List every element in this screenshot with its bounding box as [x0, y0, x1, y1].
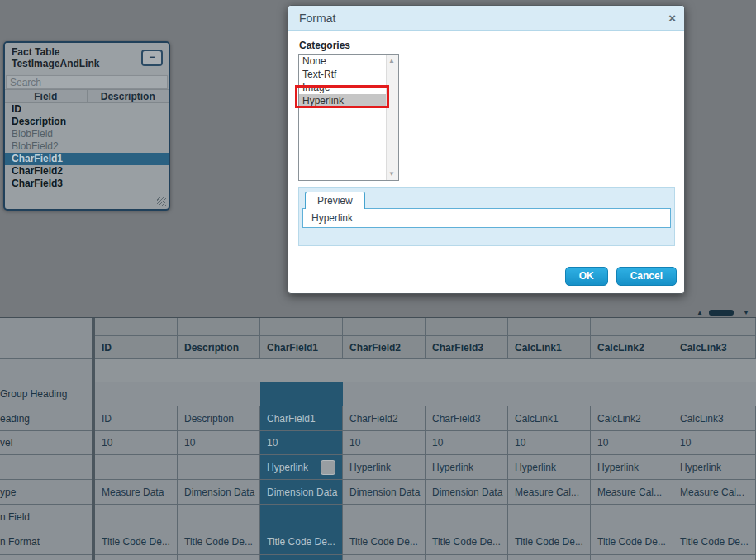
grid-cell[interactable]: Title Code De...	[673, 529, 756, 555]
grid-row-label[interactable]: ype	[0, 480, 92, 505]
grid-cell[interactable]: Title Code De...	[178, 529, 260, 555]
grid-cell[interactable]: Hyperlink	[260, 455, 343, 480]
grid-cell[interactable]: Hyperlink	[673, 455, 756, 480]
grid-cell[interactable]: Hyperlink	[508, 455, 591, 480]
fact-field-description[interactable]: Description	[5, 116, 169, 128]
grid-cell[interactable]	[260, 555, 343, 560]
grid-row-label[interactable]	[0, 455, 92, 480]
grid-cell[interactable]: Title Code De...	[508, 529, 591, 555]
grid-cell[interactable]: Dimension Data	[343, 480, 426, 505]
grid-row-label[interactable]: eading	[0, 406, 92, 431]
resize-grip-icon[interactable]	[157, 197, 166, 206]
field-column-header[interactable]: Field	[5, 90, 88, 102]
grid-column-header[interactable]: CalcLink3	[673, 336, 756, 359]
grid-row-label[interactable]	[0, 359, 92, 382]
grid-cell[interactable]	[426, 382, 508, 406]
grid-cell[interactable]	[508, 555, 591, 560]
grid-cell[interactable]	[95, 505, 178, 529]
splitter-collapse-down-icon[interactable]: ▼	[743, 309, 749, 316]
category-item-hyperlink[interactable]: Hyperlink	[299, 94, 386, 107]
grid-cell[interactable]	[673, 359, 756, 382]
grid-cell[interactable]	[95, 455, 178, 480]
grid-column-header[interactable]: CharField2	[343, 336, 426, 359]
grid-cell[interactable]: Measure Cal...	[508, 480, 591, 505]
description-column-header[interactable]: Description	[88, 90, 169, 102]
category-item-text-rtf[interactable]: Text-Rtf	[299, 68, 386, 81]
format-ellipsis-button[interactable]	[321, 460, 335, 475]
grid-cell[interactable]: 10	[343, 431, 426, 455]
fact-field-charfield1[interactable]: CharField1	[5, 153, 169, 165]
grid-cell[interactable]	[343, 359, 426, 382]
scroll-up-icon[interactable]: ▲	[388, 57, 395, 64]
grid-cell[interactable]	[426, 555, 508, 560]
grid-cell[interactable]	[673, 382, 756, 406]
fact-field-id[interactable]: ID	[5, 103, 169, 116]
grid-row-label[interactable]	[0, 336, 92, 359]
close-icon[interactable]: ×	[668, 11, 676, 25]
grid-cell[interactable]	[343, 382, 426, 406]
grid-cell[interactable]	[591, 555, 673, 560]
grid-cell[interactable]: Measure Data	[95, 480, 178, 505]
grid-cell[interactable]	[178, 505, 260, 529]
grid-cell[interactable]	[343, 505, 426, 529]
grid-cell[interactable]	[178, 555, 260, 560]
grid-column-header[interactable]: CharField1	[260, 336, 343, 359]
grid-cell[interactable]	[95, 382, 178, 406]
grid-cell[interactable]: Title Code De...	[260, 529, 343, 555]
grid-cell[interactable]: Measure Cal...	[591, 480, 673, 505]
grid-cell[interactable]	[591, 359, 673, 382]
grid-cell[interactable]: 10	[260, 431, 343, 455]
grid-cell[interactable]: 10	[673, 431, 756, 455]
cancel-button[interactable]: Cancel	[616, 267, 677, 286]
grid-column-header[interactable]: ID	[95, 336, 178, 359]
grid-cell[interactable]: Description	[178, 406, 260, 431]
grid-cell[interactable]	[591, 505, 673, 529]
grid-cell[interactable]: Title Code De...	[591, 529, 673, 555]
grid-cell[interactable]	[426, 505, 508, 529]
grid-cell[interactable]: Dimension Data	[178, 480, 260, 505]
grid-row-label[interactable]	[0, 318, 92, 336]
grid-cell[interactable]	[95, 555, 178, 560]
grid-cell[interactable]: 10	[95, 431, 178, 455]
grid-row-label[interactable]: n Format	[0, 529, 92, 555]
grid-cell[interactable]	[508, 382, 591, 406]
grid-cell[interactable]	[178, 359, 260, 382]
grid-cell[interactable]	[95, 359, 178, 382]
fact-field-blobfield[interactable]: BlobField	[5, 128, 169, 140]
grid-cell[interactable]: Hyperlink	[343, 455, 426, 480]
grid-cell[interactable]	[591, 318, 673, 336]
preview-value-field[interactable]: Hyperlink	[302, 208, 671, 228]
grid-column-header[interactable]: CalcLink1	[508, 336, 591, 359]
grid-cell[interactable]	[343, 555, 426, 560]
grid-cell[interactable]: 10	[591, 431, 673, 455]
grid-cell[interactable]: Measure Cal...	[673, 480, 756, 505]
grid-cell[interactable]: Hyperlink	[591, 455, 673, 480]
grid-cell[interactable]	[508, 359, 591, 382]
grid-cell[interactable]	[673, 318, 756, 336]
grid-cell[interactable]	[260, 359, 343, 382]
grid-row-label[interactable]: vel	[0, 431, 92, 455]
grid-cell[interactable]	[426, 318, 508, 336]
grid-cell[interactable]	[508, 318, 591, 336]
tab-preview[interactable]: Preview	[305, 192, 365, 209]
grid-cell[interactable]: CharField2	[343, 406, 426, 431]
grid-row-label[interactable]: Group Heading	[0, 382, 92, 406]
grid-cell[interactable]	[260, 318, 343, 336]
grid-cell[interactable]: CharField1	[260, 406, 343, 431]
grid-cell[interactable]: Dimension Data	[426, 480, 508, 505]
minimize-button[interactable]: −	[141, 50, 163, 66]
fact-field-blobfield2[interactable]: BlobField2	[5, 140, 169, 153]
grid-cell[interactable]: CalcLink1	[508, 406, 591, 431]
grid-cell[interactable]	[343, 318, 426, 336]
category-item-none[interactable]: None	[299, 55, 386, 68]
grid-cell[interactable]	[178, 318, 260, 336]
grid-cell[interactable]: CharField3	[426, 406, 508, 431]
fact-field-charfield3[interactable]: CharField3	[5, 178, 169, 190]
grid-cell[interactable]: Dimension Data	[260, 480, 343, 505]
grid-cell[interactable]: Title Code De...	[95, 529, 178, 555]
grid-cell[interactable]	[508, 505, 591, 529]
grid-cell[interactable]	[178, 455, 260, 480]
splitter-drag-handle[interactable]	[709, 310, 734, 316]
search-input[interactable]	[6, 75, 168, 89]
grid-cell[interactable]	[426, 359, 508, 382]
